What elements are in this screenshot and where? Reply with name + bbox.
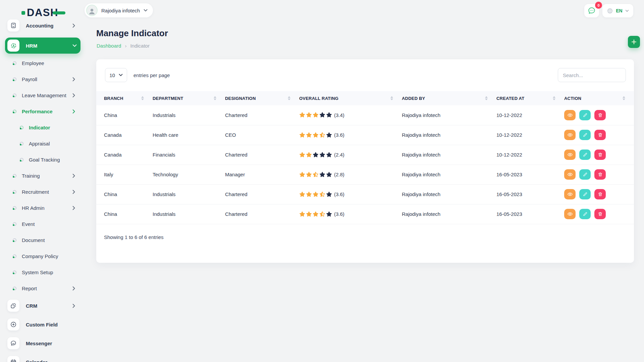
edit-button[interactable]: [579, 110, 591, 120]
cell-designation: Chartered: [225, 184, 299, 204]
column-header-action[interactable]: ACTION: [564, 91, 634, 105]
sidebar-item-appraisal[interactable]: Appraisal: [0, 135, 91, 152]
view-button[interactable]: [564, 149, 576, 160]
column-header-added-by[interactable]: ADDED BY: [402, 91, 496, 105]
cell-department: Industrials: [153, 105, 225, 125]
sidebar-item-goal-tracking[interactable]: Goal Tracking: [0, 152, 91, 168]
column-header-created-at[interactable]: CREATED AT: [496, 91, 564, 105]
cell-created-at: 16-05-2023: [496, 204, 564, 224]
star-full-icon: [306, 172, 312, 178]
sidebar-item-label: Indicator: [29, 125, 50, 130]
calculator-icon: [7, 19, 19, 32]
brand-logo[interactable]: DASH: [21, 7, 65, 19]
rating-value: (2.8): [334, 172, 344, 177]
cell-designation: Manager: [225, 165, 299, 184]
edit-button[interactable]: [579, 209, 591, 219]
star-empty-icon: [326, 191, 332, 197]
sidebar-item-system-setup[interactable]: System Setup: [0, 264, 91, 280]
cell-designation: Chartered: [225, 204, 299, 224]
cell-added-by: Rajodiya infotech: [402, 145, 496, 165]
bullet-dot-icon: [13, 254, 16, 258]
star-rating: (3.6): [299, 211, 399, 217]
sidebar: DASH AccountingHRMEmployeePayrollLeave M…: [0, 0, 91, 362]
person-icon: [88, 7, 96, 15]
sidebar-item-event[interactable]: Event: [0, 216, 91, 232]
sidebar-item-indicator[interactable]: Indicator: [0, 119, 91, 135]
chevron-down-icon: [625, 10, 629, 12]
sidebar-item-calendar[interactable]: Calendar: [0, 353, 91, 362]
page-size-select[interactable]: 10: [105, 68, 127, 82]
column-header-branch[interactable]: BRANCH: [96, 91, 153, 105]
search-input[interactable]: [558, 68, 626, 82]
column-header-designation[interactable]: DESIGNATION: [225, 91, 299, 105]
messenger-icon: [7, 337, 19, 349]
cell-created-at: 10-12-2022: [496, 145, 564, 165]
delete-button[interactable]: [594, 189, 606, 199]
chevron-right-icon: [72, 77, 75, 81]
cell-created-at: 10-12-2022: [496, 125, 564, 145]
sidebar-item-label: HRM: [26, 43, 37, 49]
star-empty-icon: [326, 112, 332, 118]
delete-button[interactable]: [594, 209, 606, 219]
sidebar-item-employee[interactable]: Employee: [0, 55, 91, 71]
trash-icon: [598, 113, 603, 118]
delete-button[interactable]: [594, 130, 606, 140]
breadcrumb-current: Indicator: [130, 43, 150, 49]
sidebar-item-label: Accounting: [26, 23, 54, 28]
trash-icon: [598, 152, 603, 157]
sidebar-item-recruitment[interactable]: Recruitment: [0, 184, 91, 200]
view-button[interactable]: [564, 189, 576, 199]
sidebar-item-hrm[interactable]: HRM: [5, 38, 80, 54]
chevron-right-icon: [72, 304, 75, 308]
sidebar-item-performance[interactable]: Performance: [0, 103, 91, 119]
eye-icon: [567, 191, 573, 197]
table-row: ItalyTechnologyManager(2.8)Rajodiya info…: [96, 165, 634, 184]
sort-arrows-icon: [623, 96, 625, 100]
company-selector[interactable]: Rajodiya infotech: [85, 3, 153, 17]
sidebar-menu: AccountingHRMEmployeePayrollLeave Manage…: [0, 17, 91, 362]
notification-badge: 0: [595, 2, 602, 9]
language-selector[interactable]: EN: [602, 4, 633, 17]
sidebar-item-leave-management[interactable]: Leave Management: [0, 87, 91, 103]
sidebar-item-document[interactable]: Document: [0, 232, 91, 248]
column-label: ADDED BY: [402, 96, 425, 101]
view-button[interactable]: [564, 209, 576, 219]
sidebar-item-report[interactable]: Report: [0, 280, 91, 296]
star-rating: (2.4): [299, 152, 399, 158]
delete-button[interactable]: [594, 169, 606, 180]
cell-actions: [564, 204, 634, 224]
delete-button[interactable]: [594, 110, 606, 120]
table-header-row: BRANCHDEPARTMENTDESIGNATIONOVERALL RATIN…: [96, 91, 634, 105]
sort-arrows-icon: [288, 96, 290, 100]
sidebar-item-crm[interactable]: CRM: [0, 296, 91, 315]
eye-icon: [567, 152, 573, 158]
entries-per-page-label: entries per page: [133, 72, 170, 78]
view-button[interactable]: [564, 110, 576, 120]
column-header-department[interactable]: DEPARTMENT: [153, 91, 225, 105]
sort-arrows-icon: [485, 96, 488, 100]
sidebar-item-messenger[interactable]: Messenger: [0, 334, 91, 353]
add-indicator-button[interactable]: [628, 36, 640, 48]
edit-button[interactable]: [579, 130, 591, 140]
sidebar-item-hr-admin[interactable]: HR Admin: [0, 200, 91, 216]
sidebar-item-training[interactable]: Training: [0, 168, 91, 184]
star-full-icon: [313, 211, 319, 217]
sidebar-item-company-policy[interactable]: Company Policy: [0, 248, 91, 264]
messenger-button[interactable]: 0: [584, 4, 599, 17]
sidebar-item-payroll[interactable]: Payroll: [0, 71, 91, 87]
edit-button[interactable]: [579, 189, 591, 199]
sidebar-item-label: Document: [22, 237, 45, 243]
view-button[interactable]: [564, 130, 576, 140]
column-header-overall-rating[interactable]: OVERALL RATING: [299, 91, 402, 105]
edit-button[interactable]: [579, 169, 591, 180]
delete-button[interactable]: [594, 149, 606, 160]
sidebar-item-custom-field[interactable]: Custom Field: [0, 315, 91, 334]
sidebar-item-accounting[interactable]: Accounting: [0, 17, 91, 34]
chevron-right-icon: [72, 286, 75, 291]
table-footer-summary: Showing 1 to 6 of 6 entries: [104, 234, 164, 240]
breadcrumb-dashboard-link[interactable]: Dashboard: [97, 43, 121, 49]
sidebar-item-label: Report: [22, 286, 37, 291]
edit-button[interactable]: [579, 149, 591, 160]
cell-branch: Canada: [96, 125, 153, 145]
view-button[interactable]: [564, 169, 576, 180]
